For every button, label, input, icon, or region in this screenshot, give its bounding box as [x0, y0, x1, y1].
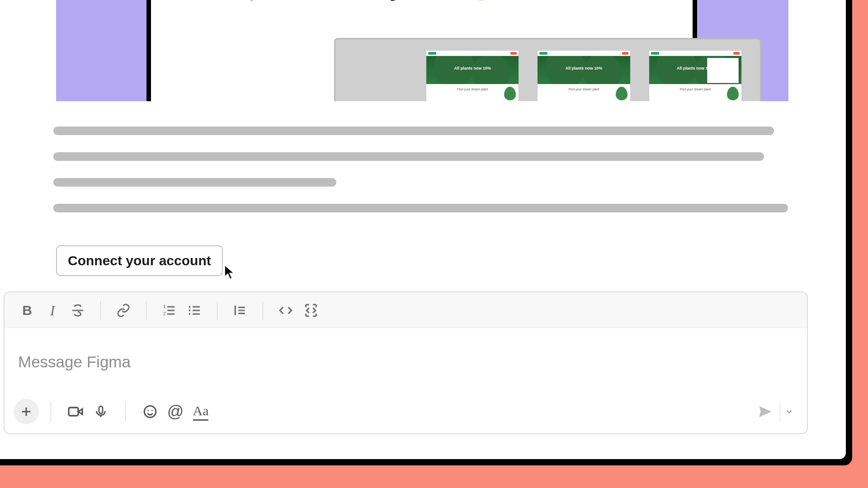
- svg-point-4: [189, 313, 190, 315]
- svg-point-9: [151, 410, 153, 411]
- design-thumbnail-3: All plants now 10% Find your dream plant: [649, 50, 742, 101]
- send-options-button[interactable]: [780, 401, 798, 422]
- strikethrough-button[interactable]: [65, 299, 90, 322]
- connect-account-button[interactable]: Connect your account: [56, 245, 223, 276]
- skeleton-line: [53, 204, 788, 212]
- svg-point-2: [189, 306, 190, 308]
- design-thumbnails: All plants now 10% Find your dream plant…: [334, 38, 761, 101]
- toolbar-divider: [51, 402, 51, 421]
- send-group: [751, 401, 798, 422]
- svg-rect-5: [69, 408, 78, 416]
- svg-rect-6: [99, 406, 103, 413]
- video-button[interactable]: [63, 399, 88, 424]
- add-attachment-button[interactable]: [14, 399, 39, 424]
- mention-button[interactable]: @: [163, 399, 188, 424]
- preview-device-frame: @Esther This looks great to me! 👍 All pl…: [146, 0, 697, 101]
- send-button[interactable]: [751, 401, 780, 422]
- formatting-toggle-button[interactable]: Aa: [188, 399, 213, 424]
- bold-button[interactable]: B: [14, 299, 40, 322]
- action-toolbar: @ Aa: [5, 395, 807, 433]
- format-toolbar: B I 12: [5, 292, 807, 328]
- main-window: @Esther This looks great to me! 👍 All pl…: [0, 0, 848, 461]
- skeleton-line: [53, 178, 336, 187]
- thumb-hero-text: All plants now 10%: [538, 66, 630, 70]
- skeleton-line: [53, 127, 774, 135]
- thumb-hero-text: All plants now 10%: [426, 66, 519, 70]
- message-input[interactable]: [5, 328, 807, 395]
- code-button[interactable]: [273, 299, 298, 322]
- link-button[interactable]: [111, 299, 136, 322]
- thumbs-up-emoji: 👍: [470, 0, 486, 1]
- design-thumbnail-2: All plants now 10% Find your dream plant: [537, 50, 630, 101]
- skeleton-placeholder-lines: [53, 127, 790, 230]
- message-composer: B I 12: [4, 291, 808, 434]
- cursor-arrow-icon: [224, 265, 236, 280]
- design-thumbnail-1: All plants now 10% Find your dream plant: [426, 50, 519, 101]
- svg-point-3: [189, 310, 190, 311]
- toolbar-divider: [100, 301, 101, 320]
- preview-banner: @Esther This looks great to me! 👍 All pl…: [56, 0, 788, 101]
- quoted-comment: @Esther This looks great to me! 👍: [250, 0, 486, 1]
- blockquote-button[interactable]: [227, 299, 253, 322]
- toolbar-divider: [263, 301, 263, 320]
- svg-text:1: 1: [163, 304, 166, 309]
- toolbar-divider: [217, 301, 217, 320]
- svg-text:2: 2: [163, 311, 166, 316]
- mention-text: @Esther: [259, 0, 316, 1]
- italic-button[interactable]: I: [40, 299, 65, 322]
- svg-point-8: [147, 410, 149, 411]
- bullet-list-button[interactable]: [182, 299, 207, 322]
- audio-button[interactable]: [88, 399, 113, 424]
- ordered-list-button[interactable]: 12: [156, 299, 182, 322]
- toolbar-divider: [146, 301, 146, 320]
- comment-text: This looks great to me!: [320, 0, 466, 1]
- skeleton-line: [53, 152, 764, 161]
- svg-point-7: [144, 406, 156, 418]
- toolbar-divider: [125, 402, 126, 421]
- emoji-button[interactable]: [137, 399, 163, 424]
- code-block-button[interactable]: [298, 299, 324, 322]
